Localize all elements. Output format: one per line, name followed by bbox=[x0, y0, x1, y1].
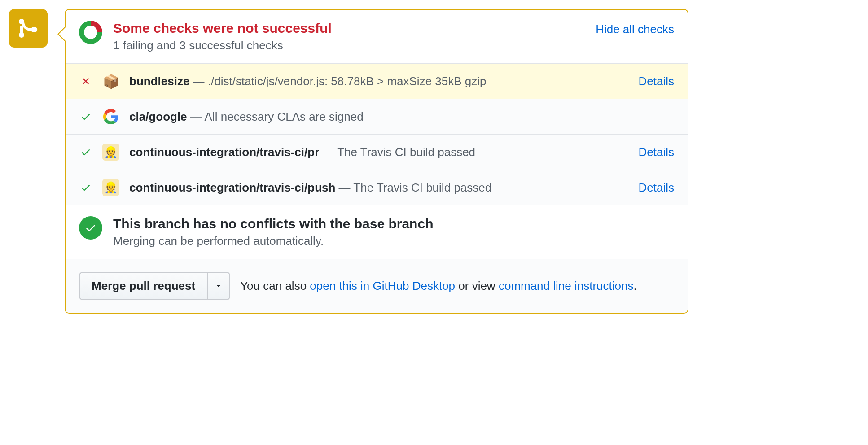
git-merge-badge bbox=[9, 9, 48, 48]
travis-ci-icon: 👷 bbox=[102, 144, 119, 161]
check-description: continuous-integration/travis-ci/pr — Th… bbox=[129, 145, 631, 159]
svg-point-2 bbox=[31, 27, 36, 32]
check-row: 📦bundlesize — ./dist/static/js/vendor.js… bbox=[66, 64, 688, 99]
check-description: cla/google — All necessary CLAs are sign… bbox=[129, 110, 674, 124]
merge-box: Some checks were not successful 1 failin… bbox=[65, 9, 688, 314]
travis-ci-icon: 👷 bbox=[102, 179, 119, 196]
merge-help-text: You can also open this in GitHub Desktop… bbox=[240, 279, 637, 293]
check-row: 👷continuous-integration/travis-ci/pr — T… bbox=[66, 135, 688, 170]
checks-summary: Some checks were not successful 1 failin… bbox=[66, 10, 688, 64]
x-icon bbox=[79, 76, 92, 87]
hide-all-checks-link[interactable]: Hide all checks bbox=[596, 22, 674, 36]
checks-title: Some checks were not successful bbox=[113, 21, 588, 36]
check-name: bundlesize bbox=[129, 74, 189, 88]
text: You can also bbox=[240, 279, 310, 292]
check-name: continuous-integration/travis-ci/pr bbox=[129, 145, 319, 159]
open-github-desktop-link[interactable]: open this in GitHub Desktop bbox=[310, 279, 455, 292]
caret-down-icon bbox=[215, 283, 222, 290]
merge-actions: Merge pull request You can also open thi… bbox=[66, 259, 688, 313]
merge-status-title: This branch has no conflicts with the ba… bbox=[113, 216, 433, 231]
merge-status-subtitle: Merging can be performed automatically. bbox=[113, 234, 433, 248]
check-details-link[interactable]: Details bbox=[639, 145, 674, 159]
check-description: bundlesize — ./dist/static/js/vendor.js:… bbox=[129, 74, 631, 88]
git-merge-icon bbox=[18, 17, 39, 39]
merge-conflict-status: This branch has no conflicts with the ba… bbox=[66, 205, 688, 259]
svg-point-1 bbox=[19, 32, 24, 38]
checks-subtitle: 1 failing and 3 successful checks bbox=[113, 39, 588, 52]
command-line-instructions-link[interactable]: command line instructions bbox=[499, 279, 634, 292]
google-icon bbox=[102, 108, 119, 125]
package-icon: 📦 bbox=[102, 73, 119, 90]
check-icon bbox=[79, 147, 92, 157]
text: . bbox=[633, 279, 636, 292]
check-row: 👷continuous-integration/travis-ci/push —… bbox=[66, 170, 688, 205]
text: or view bbox=[455, 279, 499, 292]
check-icon bbox=[79, 111, 92, 122]
status-donut-icon bbox=[79, 21, 102, 44]
check-details-link[interactable]: Details bbox=[639, 181, 674, 195]
check-icon bbox=[79, 182, 92, 193]
check-details-link[interactable]: Details bbox=[639, 74, 674, 88]
merge-options-dropdown[interactable] bbox=[207, 272, 230, 300]
check-name: cla/google bbox=[129, 110, 187, 123]
svg-point-0 bbox=[19, 19, 24, 24]
success-circle-icon bbox=[79, 216, 102, 240]
check-name: continuous-integration/travis-ci/push bbox=[129, 181, 335, 194]
merge-pull-request-button[interactable]: Merge pull request bbox=[79, 272, 207, 300]
check-row: cla/google — All necessary CLAs are sign… bbox=[66, 99, 688, 135]
check-description: continuous-integration/travis-ci/push — … bbox=[129, 181, 631, 195]
